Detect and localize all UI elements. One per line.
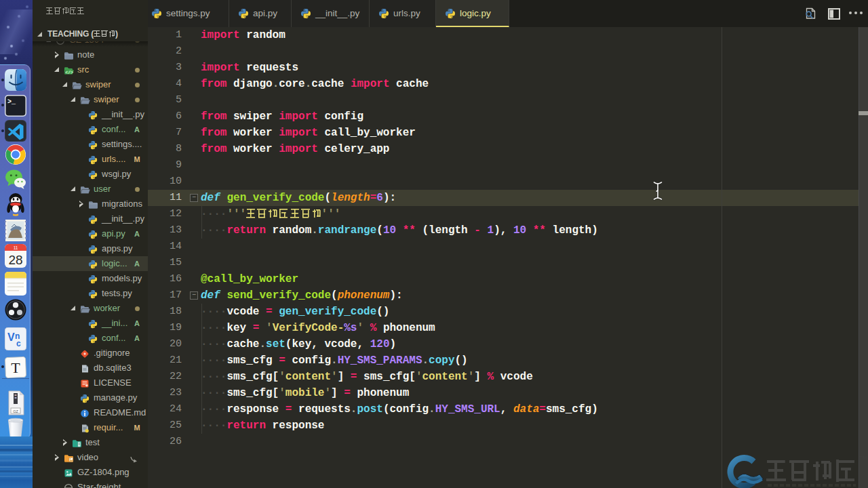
svg-text:c: c xyxy=(16,339,21,348)
svg-text:T: T xyxy=(11,359,20,376)
svg-text:28: 28 xyxy=(8,253,22,267)
svg-text:</>: </> xyxy=(65,70,73,75)
svg-text:V: V xyxy=(7,331,15,343)
svg-text:>_: >_ xyxy=(7,98,16,106)
svg-text:11: 11 xyxy=(14,245,18,250)
svg-text:GZ: GZ xyxy=(13,409,18,413)
